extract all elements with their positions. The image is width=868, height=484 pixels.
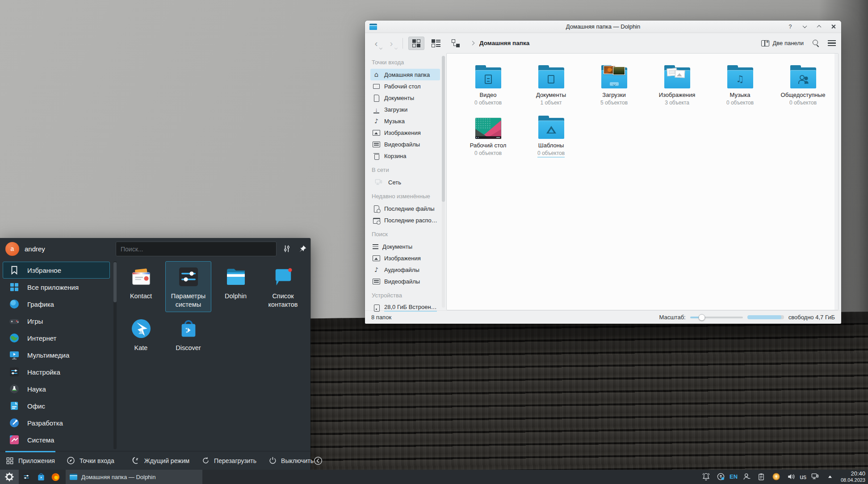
place-item[interactable]: Рабочий стол (370, 80, 440, 92)
category-office[interactable]: Офис (3, 397, 110, 414)
view-icons-button[interactable] (408, 37, 424, 50)
favorite-dolphin[interactable]: Dolphin (213, 261, 259, 312)
view-details-button[interactable] (428, 37, 444, 50)
avatar[interactable]: a (5, 242, 19, 256)
taskbar-task-dolphin[interactable]: Домашняя папка — Dolphin (66, 470, 202, 484)
updates-icon[interactable] (715, 471, 726, 483)
app-launcher-button[interactable] (0, 470, 19, 484)
system-icon (7, 433, 21, 447)
minimize-icon (802, 24, 807, 28)
place-item[interactable]: Последние распо… (370, 214, 440, 226)
system-settings-icon (177, 266, 200, 288)
capacity-bar (747, 315, 784, 319)
place-item-label: Музыка (384, 118, 405, 125)
footer-tab-apps-grid[interactable]: Приложения (5, 456, 55, 465)
filter-icon[interactable] (281, 243, 292, 254)
category-games[interactable]: Игры (3, 313, 110, 330)
menu-hamburger-icon[interactable] (828, 40, 836, 46)
close-button[interactable] (830, 23, 837, 30)
place-item[interactable]: ♪Аудиофайлы (370, 264, 440, 275)
place-item[interactable]: Документы (370, 241, 440, 252)
place-item[interactable]: Последние файлы (370, 203, 440, 214)
category-multimedia[interactable]: Мультимедиа (3, 346, 110, 363)
category-favorites[interactable]: Избранное (3, 262, 110, 279)
footer-tab-compass[interactable]: Точки входа (67, 456, 114, 465)
maximize-button[interactable] (815, 23, 822, 30)
keyboard-layout-indicator[interactable]: EN (730, 473, 738, 480)
pinned-firefox-button[interactable] (48, 470, 63, 484)
category-settings[interactable]: Настройка (3, 363, 110, 380)
moon-icon (131, 456, 140, 465)
category-all-apps[interactable]: Все приложения (3, 279, 110, 296)
volume-icon[interactable] (785, 471, 797, 483)
place-item-label: Аудиофайлы (384, 267, 419, 273)
place-item[interactable]: ♪Музыка (370, 115, 440, 127)
folder-Музыка[interactable]: ♫Музыка0 объектов (709, 61, 772, 106)
favorite-contacts[interactable]: Список контактов (260, 261, 306, 312)
folder-Общедоступные[interactable]: Общедоступные0 объектов (772, 61, 834, 106)
place-item[interactable]: Видеофайлы (370, 275, 440, 287)
categories-scrollbar[interactable] (113, 261, 117, 449)
film-emblem-icon (485, 75, 492, 84)
place-item[interactable]: Видеофайлы (370, 138, 440, 150)
tray-expand-icon[interactable] (824, 471, 836, 483)
pin-icon[interactable] (298, 243, 308, 254)
folder-Рабочий стол[interactable]: Рабочий стол0 объектов (457, 111, 520, 158)
favorite-kontact[interactable]: Kontact (118, 261, 164, 312)
favorite-system-settings[interactable]: Параметры системы (165, 261, 211, 312)
pinned-discover-mini-button[interactable] (34, 470, 48, 484)
place-item[interactable]: Изображения (370, 127, 440, 138)
session-action-restart[interactable]: Перезагрузить (201, 456, 256, 465)
folder-name: Музыка (730, 92, 751, 98)
folder-Документы[interactable]: Документы1 объект (520, 61, 583, 106)
place-item[interactable]: ↓Загрузки (370, 104, 440, 115)
folder-Изображения[interactable]: Изображения3 объекта (646, 61, 709, 106)
place-item[interactable]: Сеть (370, 176, 440, 188)
session-action-moon[interactable]: Ждущий режим (131, 456, 189, 465)
session-action-power[interactable]: Выключить (268, 456, 314, 465)
folder-public-icon (790, 67, 816, 88)
kontact-icon (130, 266, 152, 288)
split-view-button[interactable]: Две панели (761, 40, 804, 46)
forward-button[interactable]: › (386, 37, 397, 50)
coin-icon[interactable] (770, 471, 782, 483)
keyboard-layout-secondary[interactable]: us (800, 473, 806, 480)
category-internet[interactable]: Интернет (3, 330, 110, 346)
place-item[interactable]: Документы (370, 92, 440, 104)
place-item-label: Рабочий стол (384, 83, 421, 90)
category-science[interactable]: Наука (3, 380, 110, 397)
folder-view[interactable]: Видео0 объектовДокументы1 объектЗагрузки… (446, 53, 839, 310)
category-development[interactable]: Разработка (3, 414, 110, 431)
place-item[interactable]: Изображения (370, 252, 440, 264)
bell-icon[interactable] (700, 471, 712, 483)
minimize-button[interactable] (801, 23, 808, 30)
category-system[interactable]: Система (3, 431, 110, 448)
folder-Шаблоны[interactable]: Шаблоны0 объектов (520, 111, 583, 158)
favorite-kate[interactable]: Kate (118, 313, 164, 359)
category-graphics[interactable]: Графика (3, 296, 110, 313)
pinned-system-settings-mini-button[interactable] (19, 470, 34, 484)
folder-Загрузки[interactable]: Загрузки5 объектов (583, 61, 646, 106)
place-item[interactable]: 28,0 ГиБ Встроен… (370, 302, 440, 313)
zoom-slider[interactable] (690, 317, 743, 318)
folder-count: 0 объектов (474, 100, 502, 106)
favorite-discover[interactable]: Discover (165, 313, 211, 359)
place-item[interactable]: ⌂Домашняя папка (370, 69, 440, 80)
breadcrumb[interactable]: Домашняя папка (479, 40, 529, 46)
collapse-sidebar-button[interactable] (314, 456, 323, 465)
zoom-slider-knob[interactable] (698, 314, 705, 321)
digital-clock[interactable]: 20:4008.04.2023 (841, 471, 865, 483)
dolphin-titlebar[interactable]: Домашняя папка — Dolphin ? (365, 21, 841, 33)
search-input[interactable]: Поиск... (116, 242, 277, 256)
view-scrollbar[interactable] (834, 54, 838, 310)
clipboard-icon[interactable] (755, 471, 767, 483)
search-icon[interactable] (812, 39, 820, 47)
places-scrollbar[interactable] (442, 56, 445, 308)
folder-Видео[interactable]: Видео0 объектов (457, 61, 520, 106)
help-button[interactable]: ? (787, 23, 794, 30)
back-button[interactable]: ‹ (370, 37, 382, 50)
user-switch-icon[interactable] (741, 471, 752, 483)
view-tree-button[interactable] (448, 37, 464, 50)
place-item[interactable]: Корзина (370, 150, 440, 162)
network-icon[interactable] (809, 471, 821, 483)
